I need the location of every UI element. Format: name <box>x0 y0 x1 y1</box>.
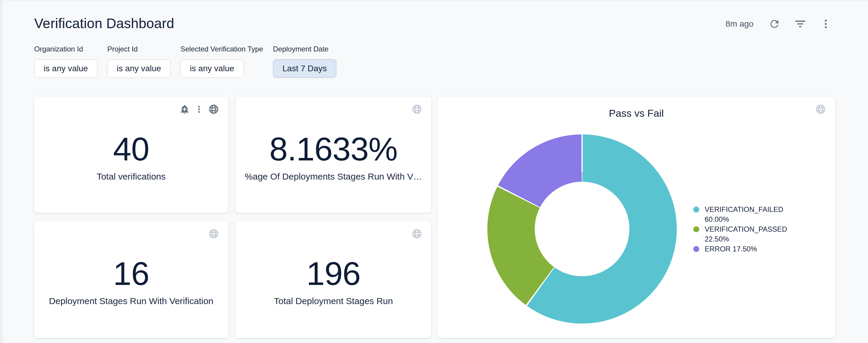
tile-hover-actions <box>208 228 219 239</box>
last-refresh-time: 8m ago <box>725 19 753 29</box>
tile-label: Total Deployment Stages Run <box>236 295 431 307</box>
tile-hover-actions <box>411 228 422 239</box>
tile-label: %age Of Deployments Stages Run With V… <box>236 171 431 182</box>
window-left-edge <box>0 0 3 343</box>
legend-item[interactable]: VERIFICATION_PASSED 22.50% <box>693 224 807 244</box>
tile-value: 8.1633% <box>236 131 431 167</box>
filter-value-button[interactable]: is any value <box>107 59 170 78</box>
page-title: Verification Dashboard <box>34 14 174 32</box>
filter-project-id: Project Id is any value <box>107 45 170 78</box>
globe-icon <box>208 104 219 115</box>
tile-value: 16 <box>34 255 228 292</box>
dashboard-filters-button[interactable] <box>794 18 806 30</box>
filter-bar: Organization Id is any value Project Id … <box>34 45 336 78</box>
tile-hover-actions <box>180 104 219 115</box>
filter-label: Organization Id <box>34 45 97 53</box>
window-top-edge <box>3 0 868 1</box>
tile-menu-button[interactable] <box>194 105 204 114</box>
tile-value: 40 <box>34 131 228 167</box>
tile-value: 196 <box>236 255 431 292</box>
globe-icon <box>411 228 422 239</box>
globe-icon <box>208 228 219 239</box>
legend-label: VERIFICATION_FAILED 60.00% <box>705 204 798 224</box>
filter-label: Project Id <box>107 45 170 53</box>
refresh-icon <box>769 18 780 30</box>
tile-label: Total verifications <box>34 171 228 182</box>
dashboard-more-button[interactable] <box>820 18 831 30</box>
refresh-button[interactable] <box>769 18 780 30</box>
legend-swatch <box>693 207 699 212</box>
dashboard-page: Verification Dashboard 8m ago Organizati… <box>0 0 868 343</box>
globe-icon <box>411 104 422 115</box>
chart-card-pass-vs-fail: Pass vs Fail VERIFICATION_FAILED 60.00%V… <box>438 97 835 338</box>
legend-label: ERROR 17.50% <box>705 244 757 254</box>
filter-value-button[interactable]: is any value <box>180 59 244 78</box>
tile-globe-button[interactable] <box>411 228 422 239</box>
filter-deployment-date: Deployment Date Last 7 Days <box>273 45 336 78</box>
filter-value-button-active[interactable]: Last 7 Days <box>273 59 336 78</box>
tile-stages-run-with-verification: 16 Deployment Stages Run With Verificati… <box>34 221 228 338</box>
legend-label: VERIFICATION_PASSED 22.50% <box>705 224 798 244</box>
tile-hover-actions <box>411 104 422 115</box>
tile-label: Deployment Stages Run With Verification <box>34 295 228 307</box>
chart-legend: VERIFICATION_FAILED 60.00%VERIFICATION_P… <box>693 204 807 254</box>
alert-bell-icon <box>180 104 190 114</box>
legend-item[interactable]: VERIFICATION_FAILED 60.00% <box>693 204 807 224</box>
filter-label: Selected Verification Type <box>180 45 263 53</box>
filter-organization-id: Organization Id is any value <box>34 45 97 78</box>
kebab-menu-icon <box>194 105 204 114</box>
kebab-menu-icon <box>820 18 831 30</box>
create-alert-button[interactable] <box>180 104 190 114</box>
filter-label: Deployment Date <box>273 45 336 53</box>
legend-swatch <box>693 226 699 232</box>
tile-total-verifications: 40 Total verifications <box>34 97 228 213</box>
tile-globe-button[interactable] <box>815 104 826 115</box>
header-actions: 8m ago <box>725 18 831 31</box>
chart-title: Pass vs Fail <box>438 107 835 119</box>
tile-percentage-stages-with-verification: 8.1633% %age Of Deployments Stages Run W… <box>236 97 431 213</box>
globe-icon <box>815 104 826 115</box>
filter-selected-verification-type: Selected Verification Type is any value <box>180 45 263 78</box>
filter-icon <box>794 18 806 30</box>
legend-swatch <box>693 246 699 252</box>
legend-item[interactable]: ERROR 17.50% <box>693 244 807 254</box>
tile-globe-button[interactable] <box>411 104 422 115</box>
tile-globe-button[interactable] <box>208 104 219 115</box>
filter-value-button[interactable]: is any value <box>34 59 97 78</box>
tile-globe-button[interactable] <box>208 228 219 239</box>
tile-total-deployment-stages-run: 196 Total Deployment Stages Run <box>236 221 431 338</box>
donut-chart[interactable] <box>487 134 677 323</box>
